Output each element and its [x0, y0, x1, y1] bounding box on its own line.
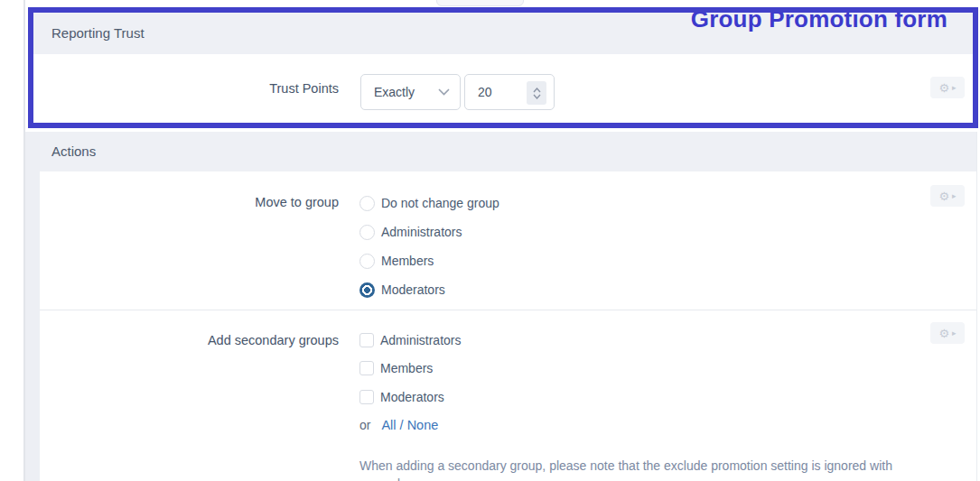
gear-icon: ⚙	[938, 328, 949, 339]
left-gutter	[25, 132, 40, 481]
radio-option-administrators[interactable]: Administrators	[359, 222, 462, 242]
page-title: Group Promotion form	[691, 5, 947, 33]
move-to-group-label: Move to group	[40, 195, 339, 209]
radio-icon[interactable]	[359, 282, 375, 298]
partial-button-top[interactable]	[436, 0, 524, 6]
caret-right-icon: ▸	[952, 192, 957, 200]
or-label: or	[359, 418, 370, 432]
radio-option-members[interactable]: Members	[359, 251, 434, 271]
radio-option-label: Members	[381, 254, 434, 268]
radio-option-label: Moderators	[381, 282, 445, 297]
move-to-group-settings-button[interactable]: ⚙ ▸	[930, 185, 965, 207]
secondary-groups-note: When adding a secondary group, please no…	[359, 457, 938, 481]
number-stepper[interactable]	[527, 81, 546, 105]
all-none-row: or All / None	[359, 415, 438, 435]
chevron-down-icon	[438, 88, 450, 96]
section-title-reporting-trust: Reporting Trust	[51, 13, 145, 54]
checkbox-icon[interactable]	[359, 390, 374, 404]
add-secondary-groups-label: Add secondary groups	[40, 333, 339, 347]
group-promotion-form-page: Reporting Trust Group Promotion form Tru…	[0, 0, 980, 481]
radio-icon[interactable]	[359, 196, 375, 211]
checkbox-option-label: Administrators	[380, 333, 461, 347]
radio-option-label: Administrators	[381, 225, 462, 239]
checkbox-option-members[interactable]: Members	[359, 358, 433, 378]
caret-right-icon: ▸	[952, 84, 957, 92]
add-secondary-groups-settings-button[interactable]: ⚙ ▸	[930, 322, 965, 344]
actions-header: Actions	[40, 132, 976, 171]
actions-body	[40, 171, 976, 481]
checkbox-option-administrators[interactable]: Administrators	[359, 330, 461, 350]
row-divider	[40, 310, 976, 310]
section-title-actions: Actions	[51, 132, 96, 171]
radio-option-moderators[interactable]: Moderators	[359, 280, 445, 300]
all-none-link[interactable]: All / None	[381, 418, 438, 432]
trust-points-input[interactable]	[478, 85, 521, 99]
checkbox-option-label: Members	[380, 361, 433, 375]
trust-points-label: Trust Points	[33, 54, 339, 123]
checkbox-icon[interactable]	[359, 361, 374, 375]
trust-points-input-wrap	[464, 74, 555, 110]
gear-icon: ⚙	[938, 82, 949, 94]
select-value: Exactly	[374, 85, 438, 99]
panel-right-edge	[976, 132, 977, 481]
caret-right-icon: ▸	[952, 329, 957, 338]
radio-icon[interactable]	[359, 225, 375, 240]
trust-points-settings-button[interactable]: ⚙ ▸	[930, 77, 965, 98]
checkbox-option-moderators[interactable]: Moderators	[359, 387, 444, 407]
gear-icon: ⚙	[938, 190, 949, 202]
radio-icon[interactable]	[359, 254, 375, 269]
radio-option-do-not-change-group[interactable]: Do not change group	[359, 193, 499, 213]
checkbox-option-label: Moderators	[380, 390, 444, 404]
trust-points-comparator-select[interactable]: Exactly	[360, 74, 461, 110]
radio-option-label: Do not change group	[381, 196, 499, 210]
checkbox-icon[interactable]	[359, 333, 374, 347]
